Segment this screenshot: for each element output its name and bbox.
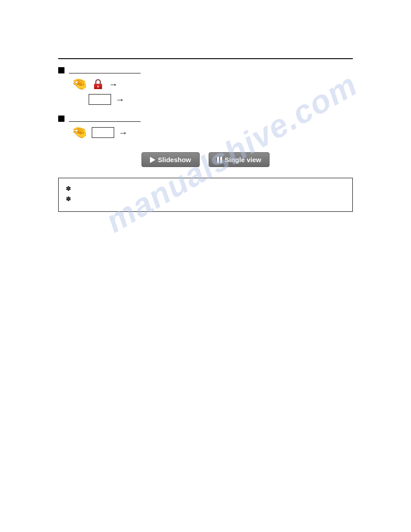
empty-box-1 [89,94,111,105]
hand-icon-2: 🤏 [72,126,87,139]
single-view-label: Single view [225,156,261,163]
section-2-header [58,116,353,122]
slideshow-button[interactable]: Slideshow [141,152,200,167]
section-2-row-1: 🤏 → [72,126,353,139]
section-1-underline [69,67,141,73]
pause-bar-2 [220,157,222,163]
section-1: 🤏 [58,67,353,105]
section-1-row-2: → [72,94,353,105]
note-item-1: ✽ [66,184,345,192]
section-2: 🤏 → [58,116,353,139]
play-icon [150,157,155,163]
content-area: 🤏 [58,58,353,212]
arrow-3: → [119,128,128,138]
section-1-header [58,67,353,73]
pause-bar-1 [217,157,219,163]
section-2-square [58,116,64,122]
top-rule [58,58,353,59]
svg-rect-3 [98,86,98,88]
slideshow-label: Slideshow [158,156,191,163]
buttons-area: Slideshow Single view [58,152,353,167]
section-1-square [58,67,64,73]
page-container: manualshive.com 🤏 [0,0,411,532]
star-bullet-2: ✽ [66,195,71,202]
section-2-underline [69,116,141,122]
pause-icon [217,157,222,163]
single-view-button[interactable]: Single view [209,152,270,167]
notes-box: ✽ ✽ [58,178,353,212]
star-bullet-1: ✽ [66,185,71,192]
lock-icon [92,78,104,90]
hand-icon-1: 🤏 [72,78,87,90]
empty-box-2 [92,127,114,138]
arrow-1: → [109,79,118,90]
arrow-2: → [116,94,124,105]
section-1-row-1: 🤏 [72,78,353,90]
note-item-2: ✽ [66,195,345,202]
